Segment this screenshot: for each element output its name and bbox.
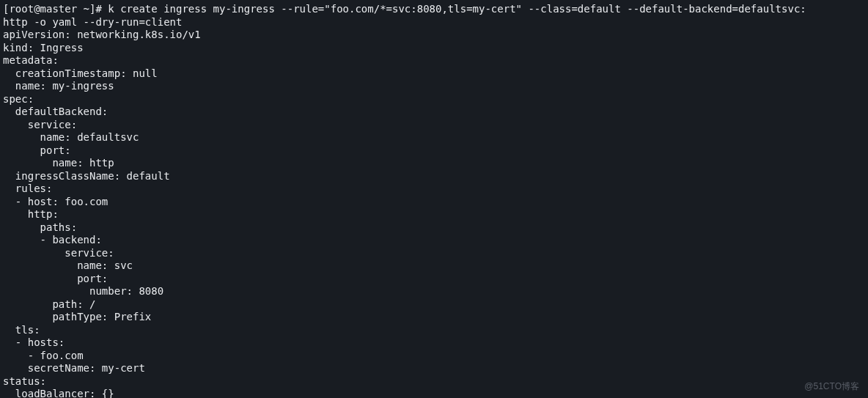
terminal-output[interactable]: [root@master ~]# k create ingress my-ing… [3, 3, 865, 398]
watermark-text: @51CTO博客 [804, 381, 859, 392]
